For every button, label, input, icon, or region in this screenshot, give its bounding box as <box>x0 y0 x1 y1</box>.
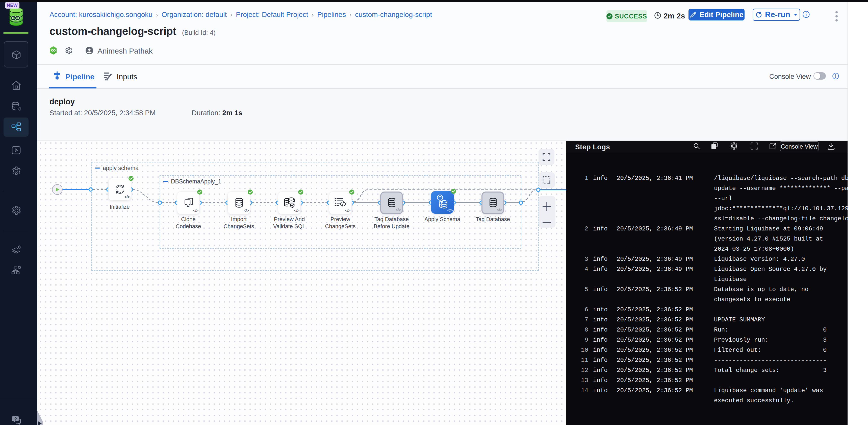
svg-text:?: ? <box>14 417 17 422</box>
